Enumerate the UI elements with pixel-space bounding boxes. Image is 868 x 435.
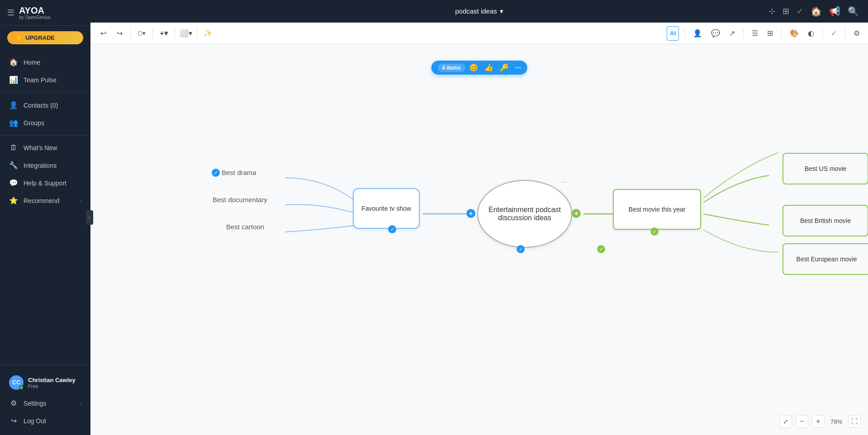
filter-button[interactable]: ◐ <box>805 26 817 41</box>
check-drama[interactable]: ✓ <box>212 169 220 177</box>
nav-divider-2 <box>0 135 90 136</box>
check-hub[interactable]: ✓ <box>388 225 396 233</box>
key-icon[interactable]: 🔑 <box>500 63 509 72</box>
whats-new-icon: 🗓 <box>9 144 18 152</box>
comment-button[interactable]: 💬 <box>708 26 723 41</box>
integrations-icon: 🔧 <box>9 161 18 170</box>
user-info: Christian Cawley Free <box>28 377 76 389</box>
add-button[interactable]: +▾ <box>157 26 171 41</box>
sidebar-item-team-pulse[interactable]: 📊 Team Pulse <box>0 71 90 89</box>
layout-button[interactable]: ⊞ <box>764 26 776 41</box>
toolbar-divider-8 <box>822 28 823 39</box>
color-button[interactable]: 🎨 <box>787 26 802 41</box>
home-icon: 🏠 <box>9 58 18 66</box>
toolbar: ↩ ↪ ⬡▾ +▾ ⬜▾ ✨ AI 👤 💬 ↗ ☰ ⊞ 🎨 ◐ ✓ ⚙ <box>90 23 868 44</box>
list-view-button[interactable]: ☰ <box>749 26 761 41</box>
sidebar-item-home-label: Home <box>24 59 40 66</box>
toolbar-divider-4 <box>197 28 197 39</box>
redo-button[interactable]: ↪ <box>112 26 127 41</box>
float-toolbar-items: 😊 👍 🔑 ··· <box>469 63 521 72</box>
zoom-level: 78% <box>828 418 844 425</box>
logo: AYOA by OpenGenius <box>19 5 51 20</box>
topbar: podcast ideas ▾ ⊹ ⊞ ✓ 🏠 📢 🔍 <box>90 0 868 23</box>
sidebar-header: ☰ AYOA by OpenGenius <box>0 0 90 26</box>
check-best-movie-year[interactable]: ✓ <box>650 227 659 236</box>
user-section[interactable]: CC Christian Cawley Free <box>0 371 90 394</box>
toolbar-right: AI 👤 💬 ↗ ☰ ⊞ 🎨 ◐ ✓ ⚙ <box>667 26 863 41</box>
sidebar-item-settings[interactable]: ⚙ Settings › <box>0 394 90 412</box>
float-toolbar: 4 items 😊 👍 🔑 ··· <box>431 61 527 75</box>
more-icon[interactable]: ··· <box>515 64 521 72</box>
node-best-us-movie[interactable]: Best US movie <box>783 153 868 184</box>
topbar-title-text: podcast ideas <box>455 7 497 15</box>
toolbar-divider-3 <box>175 28 175 39</box>
check-center-bottom[interactable]: ✓ <box>517 245 525 253</box>
home-topbar-icon[interactable]: 🏠 <box>811 6 822 17</box>
share-button[interactable]: 👤 <box>690 26 705 41</box>
sidebar-item-groups-label: Groups <box>24 119 44 127</box>
sidebar-item-home[interactable]: 🏠 Home <box>0 53 90 71</box>
network-icon[interactable]: ⊹ <box>768 6 775 16</box>
recommend-icon: ⭐ <box>9 196 18 205</box>
contacts-icon: 👤 <box>9 101 18 109</box>
user-name: Christian Cawley <box>28 377 76 383</box>
toolbar-divider-5 <box>684 28 685 39</box>
select-button[interactable]: ⬜▾ <box>179 26 193 41</box>
toolbar-divider-7 <box>781 28 782 39</box>
connector-center-right[interactable]: + <box>572 209 581 218</box>
zoom-out-button[interactable]: − <box>796 415 808 428</box>
sidebar-item-whats-new-label: What's New <box>24 144 57 151</box>
upgrade-button[interactable]: UPGRADE <box>7 31 83 44</box>
ai-button[interactable]: AI <box>667 26 679 41</box>
toolbar-divider-6 <box>743 28 744 39</box>
hamburger-icon[interactable]: ☰ <box>7 8 14 18</box>
emoji-icon[interactable]: 😊 <box>469 63 478 72</box>
branch-best-documentary[interactable]: Best documentary <box>213 196 267 203</box>
zoom-controls: ⤢ − + 78% ⛶ <box>779 415 861 428</box>
zoom-in-button[interactable]: + <box>812 415 825 428</box>
sidebar-item-recommend[interactable]: ⭐ Recommend › <box>0 192 90 209</box>
sidebar-item-help-support[interactable]: 💬 Help & Support <box>0 174 90 192</box>
connector-hub-center[interactable]: + <box>466 209 475 218</box>
zoom-fit-button[interactable]: ⤢ <box>779 415 792 428</box>
notification-icon[interactable]: 📢 <box>829 6 840 17</box>
sidebar-nav: 🏠 Home 📊 Team Pulse 👤 Contacts (0) 👥 Gro… <box>0 50 90 365</box>
logo-text: AYOA <box>19 5 44 16</box>
like-icon[interactable]: 👍 <box>484 63 493 72</box>
node-best-british-movie[interactable]: Best British movie <box>783 205 868 236</box>
node-favourite-tv-show[interactable]: Favourite tv show <box>353 188 420 229</box>
check-icon[interactable]: ✓ <box>797 6 803 16</box>
settings-arrow: › <box>80 401 81 406</box>
sidebar-toggle[interactable]: ‹ <box>86 210 93 225</box>
zoom-expand-button[interactable]: ⛶ <box>848 415 861 428</box>
node-best-european-movie[interactable]: Best European movie <box>783 243 868 275</box>
branch-best-drama[interactable]: Best drama <box>222 169 256 176</box>
sidebar-item-whats-new[interactable]: 🗓 What's New <box>0 139 90 156</box>
check-center-right[interactable]: ✓ <box>597 245 605 253</box>
sidebar-item-integrations-label: Integrations <box>24 162 57 169</box>
sidebar-item-help-label: Help & Support <box>24 180 66 187</box>
topbar-title[interactable]: podcast ideas ▾ <box>455 7 503 15</box>
sidebar-item-logout[interactable]: ↪ Log Out <box>0 412 90 430</box>
undo-button[interactable]: ↩ <box>96 26 110 41</box>
nav-divider-1 <box>0 92 90 93</box>
checkmark-button[interactable]: ✓ <box>828 26 840 41</box>
export-button[interactable]: ↗ <box>726 26 738 41</box>
sidebar-item-groups[interactable]: 👥 Groups <box>0 114 90 132</box>
grid-view-icon[interactable]: ⊞ <box>783 6 789 16</box>
sidebar-item-contacts-label: Contacts (0) <box>24 102 58 109</box>
options-button[interactable]: ⚙ <box>851 26 863 41</box>
node-center[interactable]: Entertainment podcast discussion ideas <box>477 180 572 248</box>
shape-button[interactable]: ⬡▾ <box>134 26 149 41</box>
recommend-arrow: › <box>80 198 81 203</box>
branch-best-cartoon[interactable]: Best cartoon <box>226 223 264 231</box>
node-best-movie-year[interactable]: Best movie this year <box>613 189 701 230</box>
sidebar-item-team-pulse-label: Team Pulse <box>24 76 57 84</box>
sidebar-item-contacts[interactable]: 👤 Contacts (0) <box>0 96 90 114</box>
toolbar-divider-1 <box>130 28 131 39</box>
avatar: CC <box>9 375 24 390</box>
search-icon[interactable]: 🔍 <box>848 6 859 17</box>
magic-button[interactable]: ✨ <box>201 26 215 41</box>
center-dots-menu[interactable]: ··· <box>561 178 567 186</box>
sidebar-item-integrations[interactable]: 🔧 Integrations <box>0 156 90 174</box>
